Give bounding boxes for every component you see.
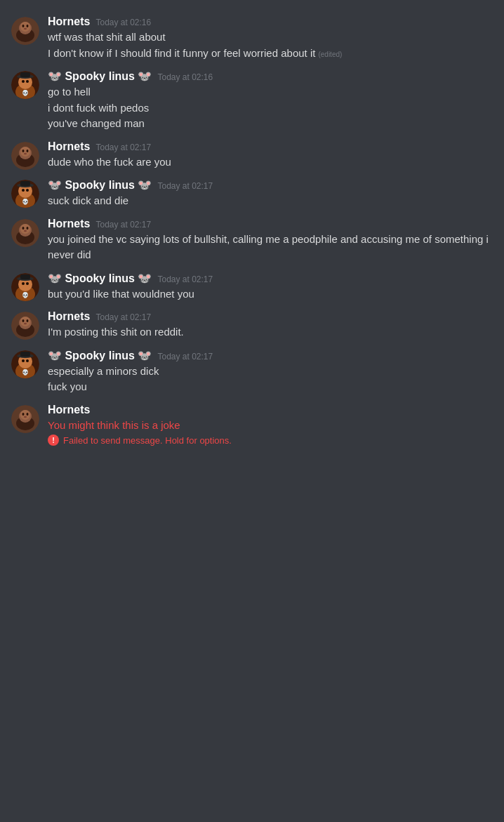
message-group-msg5: HornetsToday at 02:17you joined the vc s… — [0, 213, 504, 267]
message-line-msg7-0: I'm posting this shit on reddit. — [48, 324, 493, 340]
message-content-msg5: HornetsToday at 02:17you joined the vc s… — [48, 218, 493, 263]
timestamp-msg2: Today at 02:16 — [157, 72, 213, 82]
svg-point-40 — [27, 227, 29, 230]
svg-point-6 — [27, 25, 29, 27]
svg-point-58 — [24, 323, 27, 324]
message-header-msg6: 🐭 Spooky linus 🐭Today at 02:17 — [48, 272, 493, 285]
svg-point-48 — [22, 282, 25, 285]
message-line-msg6-0: but you'd like that wouldnet you — [48, 286, 493, 303]
message-lines-msg2: go to helli dont fuck with pedosyou've c… — [48, 84, 493, 132]
message-line-msg2-2: you've changed man — [48, 116, 493, 132]
svg-point-74 — [27, 413, 29, 416]
svg-point-15 — [26, 80, 29, 83]
username-msg7: Hornets — [48, 310, 90, 323]
message-line-msg1-0: wtf was that shit all about — [48, 29, 493, 46]
avatar-spooky: 💀 — [11, 273, 39, 301]
message-lines-msg7: I'm posting this shit on reddit. — [48, 324, 493, 340]
svg-rect-30 — [20, 181, 30, 186]
message-line-msg2-0: go to hell — [48, 84, 493, 100]
svg-point-38 — [20, 224, 30, 234]
svg-point-23 — [27, 150, 29, 152]
message-lines-msg3: dude who the fuck are you — [48, 154, 493, 171]
svg-point-65 — [22, 359, 25, 362]
svg-text:💀: 💀 — [22, 369, 29, 376]
message-header-msg5: HornetsToday at 02:17 — [48, 218, 493, 230]
message-lines-msg6: but you'd like that wouldnet you — [48, 286, 493, 303]
svg-text:💀: 💀 — [22, 291, 29, 298]
svg-point-21 — [20, 147, 30, 157]
svg-point-49 — [26, 282, 29, 285]
avatar-hornets — [11, 405, 39, 433]
message-group-msg3: HornetsToday at 02:17dude who the fuck a… — [0, 136, 504, 175]
username-msg8: 🐭 Spooky linus 🐭 — [48, 349, 152, 362]
svg-point-41 — [24, 230, 27, 231]
svg-point-14 — [22, 80, 25, 83]
message-lines-msg8: especially a minors dickfuck you — [48, 364, 493, 395]
avatar-spooky: 💀 — [11, 180, 39, 208]
svg-point-75 — [24, 416, 27, 417]
message-header-msg9: Hornets — [48, 404, 493, 416]
message-content-msg3: HornetsToday at 02:17dude who the fuck a… — [48, 140, 493, 171]
timestamp-msg4: Today at 02:17 — [157, 181, 213, 191]
svg-text:💀: 💀 — [22, 89, 29, 96]
avatar-hornets — [11, 219, 39, 247]
chat-container: HornetsToday at 02:16wtf was that shit a… — [0, 11, 504, 450]
message-line-msg1-1: I don't know if I should find it funny o… — [48, 46, 493, 62]
message-line-msg8-1: fuck you — [48, 379, 493, 395]
message-header-msg1: HornetsToday at 02:16 — [48, 15, 493, 28]
svg-rect-13 — [20, 72, 30, 77]
svg-point-31 — [22, 189, 25, 192]
message-lines-msg1: wtf was that shit all aboutI don't know … — [48, 29, 493, 61]
message-group-msg7: HornetsToday at 02:17I'm posting this sh… — [0, 306, 504, 345]
failed-icon: ! — [48, 435, 59, 446]
svg-point-22 — [22, 150, 25, 152]
message-header-msg2: 🐭 Spooky linus 🐭Today at 02:16 — [48, 69, 493, 83]
message-header-msg3: HornetsToday at 02:17 — [48, 140, 493, 153]
edited-tag: (edited) — [318, 51, 342, 58]
message-content-msg8: 🐭 Spooky linus 🐭Today at 02:17especially… — [48, 349, 493, 395]
message-group-msg6: 💀 🐭 Spooky linus 🐭Today at 02:17but you'… — [0, 267, 504, 307]
message-group-msg1: HornetsToday at 02:16wtf was that shit a… — [0, 11, 504, 65]
username-msg1: Hornets — [48, 15, 90, 28]
message-header-msg4: 🐭 Spooky linus 🐭Today at 02:17 — [48, 178, 493, 192]
svg-point-7 — [24, 28, 27, 29]
failed-message-text: You might think this is a joke — [48, 418, 493, 434]
message-line-msg3-0: dude who the fuck are you — [48, 154, 493, 171]
message-content-msg4: 🐭 Spooky linus 🐭Today at 02:17suck dick … — [48, 178, 493, 209]
svg-point-66 — [26, 359, 29, 362]
message-content-msg9: HornetsYou might think this is a joke!Fa… — [48, 404, 493, 446]
message-group-msg2: 💀 🐭 Spooky linus 🐭Today at 02:16go to he… — [0, 65, 504, 136]
svg-text:💀: 💀 — [22, 198, 29, 205]
svg-point-73 — [22, 413, 25, 416]
avatar-spooky: 💀 — [11, 71, 39, 99]
message-line-msg2-1: i dont fuck with pedos — [48, 100, 493, 117]
svg-rect-47 — [20, 274, 30, 279]
message-content-msg6: 🐭 Spooky linus 🐭Today at 02:17but you'd … — [48, 272, 493, 303]
message-lines-msg5: you joined the vc saying lots of bullshi… — [48, 232, 493, 263]
svg-point-55 — [20, 317, 30, 326]
avatar-spooky: 💀 — [11, 350, 39, 378]
svg-point-72 — [20, 410, 30, 420]
timestamp-msg1: Today at 02:16 — [95, 18, 151, 27]
message-group-msg4: 💀 🐭 Spooky linus 🐭Today at 02:17suck dic… — [0, 174, 504, 213]
message-group-msg8: 💀 🐭 Spooky linus 🐭Today at 02:17especial… — [0, 345, 504, 399]
username-msg4: 🐭 Spooky linus 🐭 — [48, 178, 152, 192]
message-header-msg8: 🐭 Spooky linus 🐭Today at 02:17 — [48, 349, 493, 362]
username-msg9: Hornets — [48, 404, 90, 416]
failed-notice: !Failed to send message. Hold for option… — [48, 435, 493, 446]
timestamp-msg3: Today at 02:17 — [95, 142, 151, 152]
svg-point-39 — [22, 227, 25, 230]
failed-notice-text: Failed to send message. Hold for options… — [63, 435, 232, 446]
message-header-msg7: HornetsToday at 02:17 — [48, 310, 493, 323]
svg-point-5 — [22, 25, 25, 27]
svg-point-56 — [22, 319, 25, 322]
message-content-msg7: HornetsToday at 02:17I'm posting this sh… — [48, 310, 493, 340]
username-msg2: 🐭 Spooky linus 🐭 — [48, 69, 152, 83]
message-line-msg8-0: especially a minors dick — [48, 364, 493, 380]
svg-point-32 — [26, 189, 29, 192]
avatar-hornets — [11, 312, 39, 340]
avatar-hornets — [11, 17, 39, 45]
message-group-msg9: HornetsYou might think this is a joke!Fa… — [0, 399, 504, 451]
message-content-msg2: 🐭 Spooky linus 🐭Today at 02:16go to hell… — [48, 69, 493, 132]
message-line-msg4-0: suck dick and die — [48, 193, 493, 209]
